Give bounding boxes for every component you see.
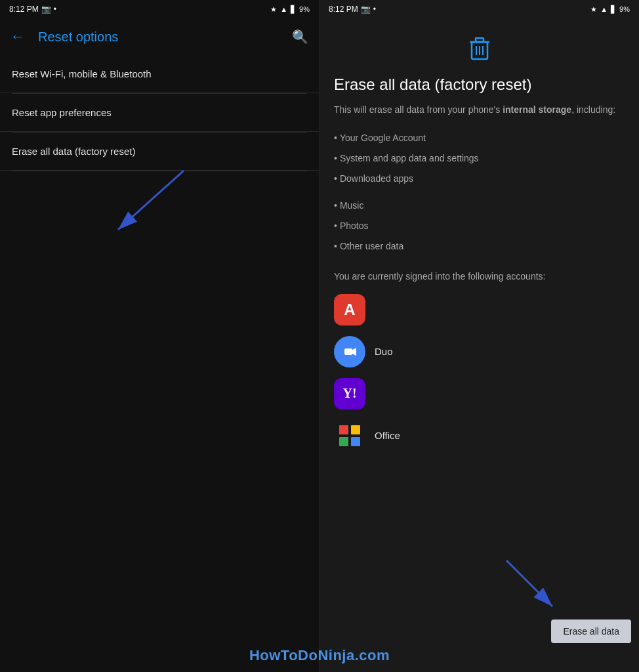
- toolbar-title: Reset options: [38, 30, 279, 45]
- back-button[interactable]: ←: [5, 23, 30, 51]
- yahoo-icon: Y!: [334, 378, 365, 410]
- menu-item-wifi[interactable]: Reset Wi-Fi, mobile & Bluetooth: [0, 55, 319, 93]
- svg-rect-12: [339, 425, 348, 434]
- right-status-right: ★ ▲ ▋ 9%: [590, 5, 630, 14]
- adobe-icon: A: [334, 294, 365, 326]
- right-signal-icon: ▋: [611, 5, 616, 14]
- left-signal-icon: ▋: [291, 5, 296, 14]
- svg-rect-14: [339, 437, 348, 446]
- right-scroll-content: Erase all data (factory reset) This will…: [320, 18, 639, 672]
- menu-item-factory-reset[interactable]: Erase all data (factory reset): [0, 133, 319, 171]
- right-screen: 8:12 PM 📷 • ★ ▲ ▋ 9%: [320, 0, 639, 672]
- right-bluetooth-icon: ★: [590, 5, 597, 14]
- right-status-bar: 8:12 PM 📷 • ★ ▲ ▋ 9%: [320, 0, 639, 18]
- search-button[interactable]: 🔍: [287, 24, 314, 50]
- duo-label: Duo: [375, 346, 393, 357]
- watermark: HowToDoNinja.com: [0, 647, 639, 664]
- right-cam-icon: 📷: [361, 5, 371, 14]
- office-icon: [334, 420, 365, 452]
- right-status-left: 8:12 PM 📷 •: [329, 5, 376, 14]
- desc-bold: internal storage: [503, 104, 571, 115]
- left-toolbar: ← Reset options 🔍: [0, 18, 319, 55]
- right-dot: •: [373, 5, 376, 14]
- trash-icon: [469, 37, 490, 65]
- bullet-item-0: Your Google Account: [334, 128, 625, 148]
- svg-line-17: [506, 560, 552, 606]
- right-battery: 9%: [619, 5, 630, 13]
- left-time: 8:12 PM: [9, 5, 39, 14]
- desc-prefix: This will erase all data from your phone…: [334, 104, 503, 115]
- left-status-left: 8:12 PM 📷 •: [9, 5, 56, 14]
- bullet-item-5: Other user data: [334, 236, 625, 257]
- svg-rect-11: [334, 420, 365, 452]
- menu-list: Reset Wi-Fi, mobile & Bluetooth Reset ap…: [0, 55, 319, 672]
- annotation-arrow-right: [487, 554, 566, 620]
- bullet-list: Your Google Account System and app data …: [334, 128, 625, 189]
- left-bluetooth-icon: ★: [270, 5, 277, 14]
- right-wifi-icon: ▲: [600, 5, 608, 13]
- left-status-right: ★ ▲ ▋ 9%: [270, 5, 310, 14]
- right-time: 8:12 PM: [329, 5, 358, 14]
- left-dot: •: [54, 5, 56, 14]
- erase-description: This will erase all data from your phone…: [334, 102, 625, 117]
- right-content-wrapper: Erase all data (factory reset) This will…: [320, 18, 639, 672]
- bullet-item-1: System and app data and settings: [334, 148, 625, 169]
- account-row-yahoo: Y!: [334, 378, 625, 410]
- erase-title: Erase all data (factory reset): [334, 74, 625, 94]
- accounts-text: You are currently signed into the follow…: [334, 270, 625, 284]
- svg-rect-13: [351, 425, 360, 434]
- svg-rect-4: [476, 38, 484, 42]
- left-status-bar: 8:12 PM 📷 • ★ ▲ ▋ 9%: [0, 0, 319, 18]
- account-row-duo: Duo: [334, 336, 625, 368]
- trash-icon-container: [334, 37, 625, 65]
- svg-rect-15: [351, 437, 360, 446]
- bullet-list-2: Music Photos Other user data: [334, 196, 625, 257]
- menu-item-app-prefs[interactable]: Reset app preferences: [0, 94, 319, 132]
- left-battery: 9%: [299, 5, 310, 13]
- left-screen: 8:12 PM 📷 • ★ ▲ ▋ 9% ← Reset options 🔍 R…: [0, 0, 320, 672]
- erase-button-container: Erase all data: [551, 620, 631, 643]
- svg-rect-9: [344, 348, 352, 355]
- left-cam-icon: 📷: [41, 5, 51, 14]
- duo-icon: [334, 336, 365, 368]
- bullet-item-3: Music: [334, 196, 625, 216]
- desc-suffix: , including:: [571, 104, 615, 115]
- bullet-item-2: Downloaded apps: [334, 169, 625, 189]
- office-label: Office: [375, 430, 400, 441]
- account-row-adobe: A: [334, 294, 625, 326]
- left-wifi-icon: ▲: [280, 5, 287, 13]
- bullet-item-4: Photos: [334, 216, 625, 236]
- divider-3: [12, 171, 307, 171]
- account-row-office: Office: [334, 420, 625, 452]
- erase-all-button[interactable]: Erase all data: [551, 620, 631, 643]
